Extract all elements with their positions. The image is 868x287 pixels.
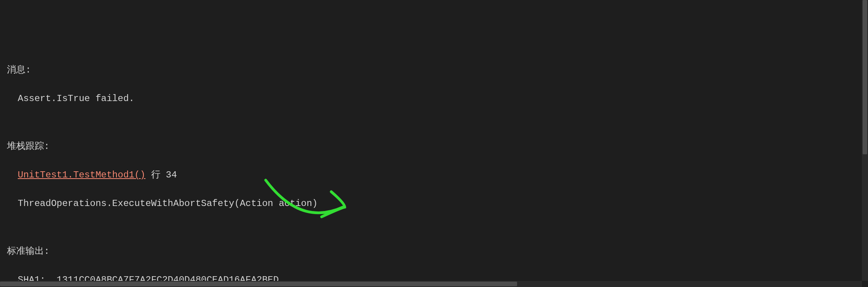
scrollbar-horizontal[interactable] bbox=[0, 281, 862, 287]
spacer bbox=[7, 225, 861, 230]
stacktrace-link[interactable]: UnitTest1.TestMethod1() bbox=[18, 170, 145, 180]
scrollbar-horizontal-thumb[interactable] bbox=[0, 282, 517, 286]
message-header: 消息: bbox=[7, 63, 861, 77]
stacktrace-header: 堆栈跟踪: bbox=[7, 139, 861, 154]
stacktrace-line-1: UnitTest1.TestMethod1() 行 34 bbox=[7, 168, 861, 182]
scrollbar-vertical[interactable] bbox=[862, 0, 868, 281]
scrollbar-vertical-thumb[interactable] bbox=[863, 0, 867, 154]
message-body: Assert.IsTrue failed. bbox=[7, 91, 861, 106]
stacktrace-line-suffix: 行 34 bbox=[145, 170, 177, 180]
spacer bbox=[7, 120, 861, 125]
stdout-header: 标准输出: bbox=[7, 244, 861, 258]
stacktrace-line-2: ThreadOperations.ExecuteWithAbortSafety(… bbox=[7, 196, 861, 211]
